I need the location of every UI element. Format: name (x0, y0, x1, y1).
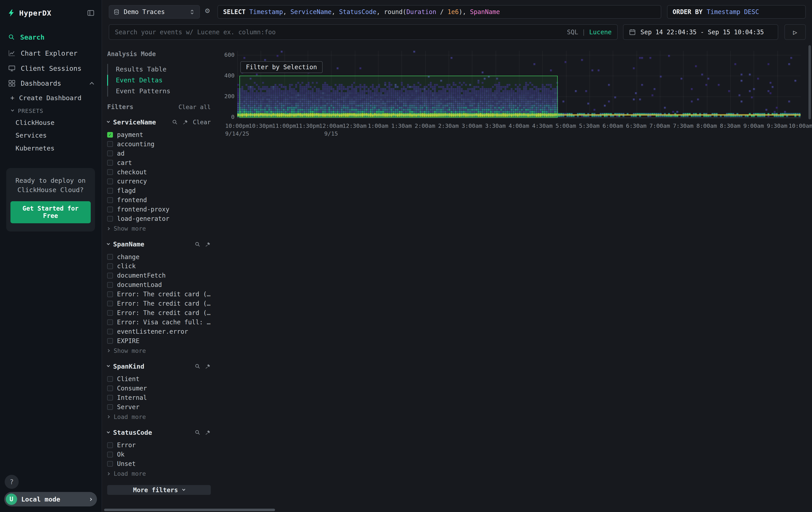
sidebar-collapse-icon[interactable] (87, 9, 94, 17)
checkbox-unchecked[interactable] (107, 188, 113, 194)
chart-selection-region[interactable] (239, 76, 558, 118)
create-dashboard-button[interactable]: + Create Dashboard (0, 91, 102, 104)
filter-option-error-visa-cache-full[interactable]: Error: Visa cache full: … (107, 318, 211, 327)
checkbox-unchecked[interactable] (107, 254, 113, 260)
help-button[interactable]: ? (5, 475, 19, 489)
search-input[interactable] (115, 28, 563, 36)
order-by-input[interactable]: ORDER BY Timestamp DESC (667, 5, 806, 19)
filter-option-payment[interactable]: ✓payment (107, 130, 211, 139)
filter-option-error-the-credit-card[interactable]: Error: The credit card (… (107, 299, 211, 308)
checkbox-unchecked[interactable] (107, 385, 113, 392)
sidebar-item-kubernetes[interactable]: Kubernetes (0, 142, 102, 155)
checkbox-unchecked[interactable] (107, 141, 113, 147)
filter-option-click[interactable]: click (107, 262, 211, 271)
filter-option-error-the-credit-card[interactable]: Error: The credit card (… (107, 290, 211, 299)
search-icon[interactable] (195, 430, 201, 435)
filter-option-error-the-credit-card[interactable]: Error: The credit card (… (107, 308, 211, 318)
filter-option-expire[interactable]: EXPIRE (107, 336, 211, 346)
filter-group-header[interactable]: StatusCode (107, 429, 211, 436)
presets-toggle[interactable]: PRESETS (0, 104, 102, 116)
show-more-button[interactable]: Show more (107, 224, 211, 233)
filter-group-header[interactable]: ServiceNameClear (107, 118, 211, 126)
filter-option-checkout[interactable]: checkout (107, 167, 211, 177)
sidebar-item-clickhouse[interactable]: ClickHouse (0, 116, 102, 129)
filter-option-load-generator[interactable]: load-generator (107, 214, 211, 223)
sidebar-item-client-sessions[interactable]: Client Sessions (0, 61, 102, 76)
checkbox-unchecked[interactable] (107, 282, 113, 288)
user-menu[interactable]: U Local mode (4, 492, 97, 507)
clear-filter-button[interactable]: Clear (193, 119, 211, 126)
checkbox-unchecked[interactable] (107, 151, 113, 156)
filter-option-change[interactable]: change (107, 252, 211, 262)
checkbox-unchecked[interactable] (107, 319, 113, 325)
sql-toggle[interactable]: SQL (567, 28, 578, 36)
filter-by-selection-button[interactable]: Filter by Selection (240, 61, 323, 73)
checkbox-unchecked[interactable] (107, 395, 113, 401)
checkbox-unchecked[interactable] (107, 179, 113, 184)
filter-option-server[interactable]: Server (107, 402, 211, 412)
sidebar-item-dashboards[interactable]: Dashboards (0, 76, 102, 91)
checkbox-unchecked[interactable] (107, 216, 113, 222)
checkbox-unchecked[interactable] (107, 291, 113, 297)
filter-option-internal[interactable]: Internal (107, 393, 211, 402)
pin-icon[interactable] (205, 363, 211, 369)
checkbox-unchecked[interactable] (107, 169, 113, 175)
load-more-button[interactable]: Load more (107, 413, 211, 421)
filter-option-documentfetch[interactable]: documentFetch (107, 271, 211, 280)
checkbox-unchecked[interactable] (107, 404, 113, 410)
more-filters-button[interactable]: More filters (107, 485, 211, 495)
filter-option-currency[interactable]: currency (107, 177, 211, 186)
filter-option-frontend[interactable]: frontend (107, 195, 211, 205)
filter-option-client[interactable]: Client (107, 374, 211, 384)
checkbox-unchecked[interactable] (107, 263, 113, 269)
filter-option-frontend-proxy[interactable]: frontend-proxy (107, 205, 211, 214)
mode-event-patterns[interactable]: Event Patterns (107, 86, 211, 97)
filter-option-error[interactable]: Error (107, 440, 211, 450)
filter-option-documentload[interactable]: documentLoad (107, 280, 211, 290)
checkbox-unchecked[interactable] (107, 197, 113, 203)
filter-option-consumer[interactable]: Consumer (107, 384, 211, 393)
checkbox-checked[interactable]: ✓ (107, 132, 113, 138)
checkbox-unchecked[interactable] (107, 207, 113, 212)
heatmap-chart[interactable]: Filter by Selection (237, 51, 801, 118)
filter-option-ad[interactable]: ad (107, 149, 211, 158)
gear-icon[interactable]: ⚙ (205, 7, 210, 15)
pin-icon[interactable] (182, 119, 188, 125)
pin-icon[interactable] (205, 242, 211, 247)
vertical-scrollbar[interactable] (808, 45, 811, 119)
load-more-button[interactable]: Load more (107, 469, 211, 478)
search-icon[interactable] (195, 242, 201, 247)
search-icon[interactable] (195, 363, 201, 369)
filter-option-accounting[interactable]: accounting (107, 139, 211, 149)
sidebar-item-chart-explorer[interactable]: Chart Explorer (0, 46, 102, 61)
pin-icon[interactable] (205, 430, 211, 435)
checkbox-unchecked[interactable] (107, 376, 113, 382)
run-query-button[interactable]: ▷ (784, 24, 806, 40)
checkbox-unchecked[interactable] (107, 301, 113, 306)
filter-group-header[interactable]: SpanName (107, 240, 211, 248)
sidebar-item-search[interactable]: Search (0, 29, 102, 46)
checkbox-unchecked[interactable] (107, 442, 113, 448)
checkbox-unchecked[interactable] (107, 329, 113, 334)
get-started-button[interactable]: Get Started for Free (10, 201, 91, 223)
checkbox-unchecked[interactable] (107, 310, 113, 316)
mode-results-table[interactable]: Results Table (107, 64, 211, 75)
show-more-button[interactable]: Show more (107, 347, 211, 355)
filter-option-flagd[interactable]: flagd (107, 186, 211, 195)
mode-event-deltas[interactable]: Event Deltas (107, 75, 211, 86)
filter-group-header[interactable]: SpanKind (107, 362, 211, 370)
clear-all-button[interactable]: Clear all (178, 104, 211, 110)
checkbox-unchecked[interactable] (107, 461, 113, 467)
lucene-toggle[interactable]: Lucene (589, 28, 612, 36)
checkbox-unchecked[interactable] (107, 338, 113, 344)
sql-query-input[interactable]: SELECT Timestamp, ServiceName, StatusCod… (218, 5, 661, 19)
horizontal-scrollbar[interactable] (104, 509, 275, 511)
checkbox-unchecked[interactable] (107, 452, 113, 457)
filter-option-cart[interactable]: cart (107, 158, 211, 167)
time-range-picker[interactable]: Sep 14 22:04:35 - Sep 15 10:04:35 (623, 24, 778, 40)
checkbox-unchecked[interactable] (107, 160, 113, 166)
search-icon[interactable] (172, 119, 178, 125)
filter-option-eventlistener-error[interactable]: eventListener.error (107, 327, 211, 336)
source-select[interactable]: Demo Traces (109, 5, 200, 19)
filter-option-ok[interactable]: Ok (107, 450, 211, 459)
